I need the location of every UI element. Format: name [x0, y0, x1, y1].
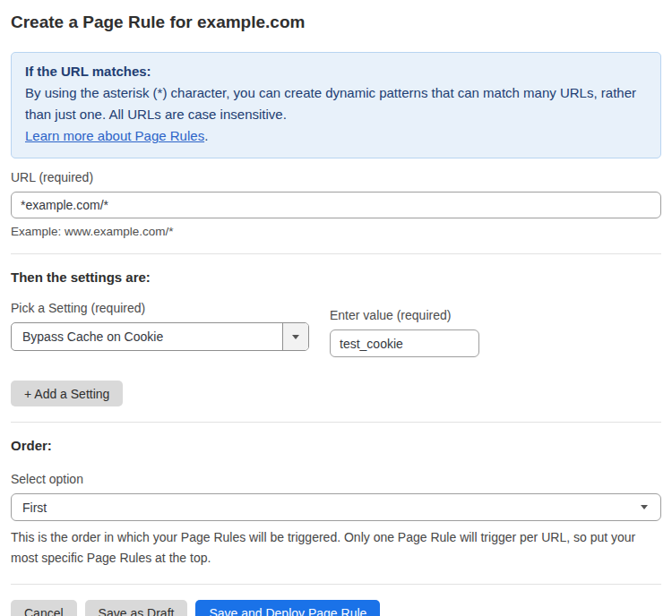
pick-setting-select[interactable]: Bypass Cache on Cookie — [11, 322, 309, 351]
save-and-deploy-button[interactable]: Save and Deploy Page Rule — [195, 600, 380, 616]
order-select[interactable]: First — [11, 493, 661, 521]
dropdown-arrow-button[interactable] — [282, 323, 308, 350]
setting-value-input[interactable] — [330, 329, 479, 357]
chevron-down-icon — [641, 505, 648, 509]
info-box-link-line: Learn more about Page Rules. — [25, 125, 647, 147]
info-box-heading: If the URL matches: — [25, 61, 647, 82]
settings-row: Pick a Setting (required) Bypass Cache o… — [11, 289, 661, 357]
order-section-heading: Order: — [11, 438, 661, 454]
pick-setting-column: Pick a Setting (required) Bypass Cache o… — [11, 289, 309, 357]
page-title: Create a Page Rule for example.com — [11, 0, 661, 32]
footer-actions: Cancel Save as Draft Save and Deploy Pag… — [11, 600, 661, 616]
url-match-info-box: If the URL matches: By using the asteris… — [11, 52, 661, 158]
order-description: This is the order in which your Page Rul… — [11, 527, 661, 569]
select-option-label: Select option — [11, 472, 661, 486]
enter-value-label: Enter value (required) — [330, 308, 479, 322]
divider — [11, 584, 661, 585]
order-selected-value: First — [22, 500, 47, 515]
learn-more-link[interactable]: Learn more about Page Rules — [25, 128, 204, 143]
save-as-draft-button[interactable]: Save as Draft — [85, 600, 188, 616]
pick-setting-label: Pick a Setting (required) — [11, 301, 309, 315]
cancel-button[interactable]: Cancel — [11, 600, 77, 616]
enter-value-column: Enter value (required) — [330, 296, 479, 357]
divider — [11, 422, 661, 423]
chevron-down-icon — [292, 335, 299, 339]
settings-section-heading: Then the settings are: — [11, 270, 661, 286]
info-box-body: By using the asterisk (*) character, you… — [25, 82, 647, 125]
add-setting-button[interactable]: + Add a Setting — [11, 381, 123, 406]
divider — [11, 253, 661, 254]
url-input[interactable] — [11, 192, 661, 218]
url-example-hint: Example: www.example.com/* — [11, 225, 661, 238]
url-label: URL (required) — [11, 170, 661, 184]
link-suffix: . — [204, 128, 208, 143]
pick-setting-selected-value: Bypass Cache on Cookie — [12, 323, 282, 350]
